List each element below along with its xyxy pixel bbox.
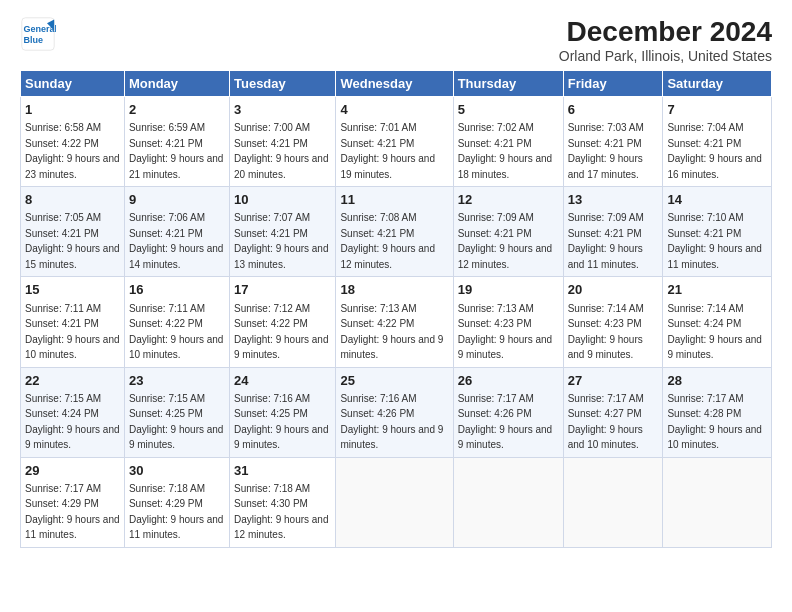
day-number: 16 [129,281,225,299]
calendar-cell: 11Sunrise: 7:08 AMSunset: 4:21 PMDayligh… [336,187,453,277]
day-number: 24 [234,372,331,390]
day-number: 5 [458,101,559,119]
day-info: Sunrise: 6:58 AMSunset: 4:22 PMDaylight:… [25,122,120,180]
calendar-cell: 18Sunrise: 7:13 AMSunset: 4:22 PMDayligh… [336,277,453,367]
svg-text:Blue: Blue [24,35,44,45]
calendar-week-row: 22Sunrise: 7:15 AMSunset: 4:24 PMDayligh… [21,367,772,457]
day-number: 27 [568,372,659,390]
day-number: 13 [568,191,659,209]
day-number: 23 [129,372,225,390]
day-number: 11 [340,191,448,209]
calendar-cell: 22Sunrise: 7:15 AMSunset: 4:24 PMDayligh… [21,367,125,457]
day-number: 18 [340,281,448,299]
day-number: 26 [458,372,559,390]
day-number: 31 [234,462,331,480]
day-number: 9 [129,191,225,209]
day-number: 17 [234,281,331,299]
day-number: 19 [458,281,559,299]
calendar-cell: 31Sunrise: 7:18 AMSunset: 4:30 PMDayligh… [229,457,335,547]
calendar-cell: 10Sunrise: 7:07 AMSunset: 4:21 PMDayligh… [229,187,335,277]
col-sunday: Sunday [21,71,125,97]
day-info: Sunrise: 7:09 AMSunset: 4:21 PMDaylight:… [458,212,553,270]
calendar-cell: 5Sunrise: 7:02 AMSunset: 4:21 PMDaylight… [453,97,563,187]
day-number: 22 [25,372,120,390]
day-number: 4 [340,101,448,119]
calendar-cell [336,457,453,547]
day-number: 20 [568,281,659,299]
day-info: Sunrise: 7:18 AMSunset: 4:29 PMDaylight:… [129,483,224,541]
day-number: 6 [568,101,659,119]
logo-icon: General Blue [20,16,56,52]
day-info: Sunrise: 7:14 AMSunset: 4:23 PMDaylight:… [568,303,644,361]
calendar-cell: 4Sunrise: 7:01 AMSunset: 4:21 PMDaylight… [336,97,453,187]
day-info: Sunrise: 7:17 AMSunset: 4:26 PMDaylight:… [458,393,553,451]
calendar-table: Sunday Monday Tuesday Wednesday Thursday… [20,70,772,548]
col-wednesday: Wednesday [336,71,453,97]
day-number: 29 [25,462,120,480]
calendar-week-row: 1Sunrise: 6:58 AMSunset: 4:22 PMDaylight… [21,97,772,187]
calendar-week-row: 8Sunrise: 7:05 AMSunset: 4:21 PMDaylight… [21,187,772,277]
calendar-cell [563,457,663,547]
col-monday: Monday [124,71,229,97]
page-subtitle: Orland Park, Illinois, United States [559,48,772,64]
day-number: 1 [25,101,120,119]
page-title: December 2024 [559,16,772,48]
day-info: Sunrise: 7:00 AMSunset: 4:21 PMDaylight:… [234,122,329,180]
day-info: Sunrise: 7:13 AMSunset: 4:22 PMDaylight:… [340,303,443,361]
col-saturday: Saturday [663,71,772,97]
day-number: 2 [129,101,225,119]
calendar-cell: 19Sunrise: 7:13 AMSunset: 4:23 PMDayligh… [453,277,563,367]
day-info: Sunrise: 7:17 AMSunset: 4:27 PMDaylight:… [568,393,644,451]
day-number: 30 [129,462,225,480]
day-info: Sunrise: 7:09 AMSunset: 4:21 PMDaylight:… [568,212,644,270]
day-number: 21 [667,281,767,299]
calendar-cell: 14Sunrise: 7:10 AMSunset: 4:21 PMDayligh… [663,187,772,277]
day-number: 25 [340,372,448,390]
day-number: 8 [25,191,120,209]
day-info: Sunrise: 7:01 AMSunset: 4:21 PMDaylight:… [340,122,435,180]
page: General Blue December 2024 Orland Park, … [0,0,792,612]
day-number: 14 [667,191,767,209]
day-info: Sunrise: 7:06 AMSunset: 4:21 PMDaylight:… [129,212,224,270]
calendar-cell: 20Sunrise: 7:14 AMSunset: 4:23 PMDayligh… [563,277,663,367]
day-info: Sunrise: 7:17 AMSunset: 4:28 PMDaylight:… [667,393,762,451]
day-number: 3 [234,101,331,119]
calendar-cell [453,457,563,547]
calendar-cell: 23Sunrise: 7:15 AMSunset: 4:25 PMDayligh… [124,367,229,457]
day-info: Sunrise: 7:11 AMSunset: 4:22 PMDaylight:… [129,303,224,361]
header: General Blue December 2024 Orland Park, … [20,16,772,64]
calendar-cell: 8Sunrise: 7:05 AMSunset: 4:21 PMDaylight… [21,187,125,277]
day-info: Sunrise: 7:18 AMSunset: 4:30 PMDaylight:… [234,483,329,541]
col-friday: Friday [563,71,663,97]
day-info: Sunrise: 7:16 AMSunset: 4:25 PMDaylight:… [234,393,329,451]
day-info: Sunrise: 7:14 AMSunset: 4:24 PMDaylight:… [667,303,762,361]
calendar-cell: 3Sunrise: 7:00 AMSunset: 4:21 PMDaylight… [229,97,335,187]
col-tuesday: Tuesday [229,71,335,97]
calendar-cell: 6Sunrise: 7:03 AMSunset: 4:21 PMDaylight… [563,97,663,187]
calendar-cell [663,457,772,547]
calendar-cell: 28Sunrise: 7:17 AMSunset: 4:28 PMDayligh… [663,367,772,457]
day-info: Sunrise: 7:11 AMSunset: 4:21 PMDaylight:… [25,303,120,361]
calendar-week-row: 29Sunrise: 7:17 AMSunset: 4:29 PMDayligh… [21,457,772,547]
day-info: Sunrise: 7:07 AMSunset: 4:21 PMDaylight:… [234,212,329,270]
day-info: Sunrise: 7:03 AMSunset: 4:21 PMDaylight:… [568,122,644,180]
day-info: Sunrise: 7:08 AMSunset: 4:21 PMDaylight:… [340,212,435,270]
day-info: Sunrise: 7:05 AMSunset: 4:21 PMDaylight:… [25,212,120,270]
calendar-header-row: Sunday Monday Tuesday Wednesday Thursday… [21,71,772,97]
calendar-cell: 2Sunrise: 6:59 AMSunset: 4:21 PMDaylight… [124,97,229,187]
calendar-cell: 12Sunrise: 7:09 AMSunset: 4:21 PMDayligh… [453,187,563,277]
calendar-cell: 16Sunrise: 7:11 AMSunset: 4:22 PMDayligh… [124,277,229,367]
day-info: Sunrise: 7:16 AMSunset: 4:26 PMDaylight:… [340,393,443,451]
day-info: Sunrise: 7:17 AMSunset: 4:29 PMDaylight:… [25,483,120,541]
logo: General Blue [20,16,56,52]
title-block: December 2024 Orland Park, Illinois, Uni… [559,16,772,64]
col-thursday: Thursday [453,71,563,97]
calendar-cell: 9Sunrise: 7:06 AMSunset: 4:21 PMDaylight… [124,187,229,277]
calendar-cell: 21Sunrise: 7:14 AMSunset: 4:24 PMDayligh… [663,277,772,367]
day-info: Sunrise: 7:02 AMSunset: 4:21 PMDaylight:… [458,122,553,180]
calendar-cell: 30Sunrise: 7:18 AMSunset: 4:29 PMDayligh… [124,457,229,547]
calendar-week-row: 15Sunrise: 7:11 AMSunset: 4:21 PMDayligh… [21,277,772,367]
calendar-cell: 26Sunrise: 7:17 AMSunset: 4:26 PMDayligh… [453,367,563,457]
day-info: Sunrise: 6:59 AMSunset: 4:21 PMDaylight:… [129,122,224,180]
day-info: Sunrise: 7:13 AMSunset: 4:23 PMDaylight:… [458,303,553,361]
